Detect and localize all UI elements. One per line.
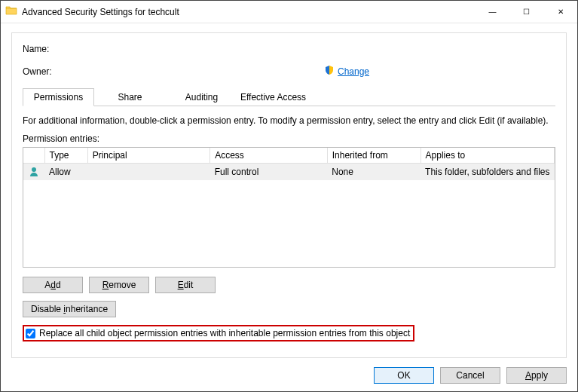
name-label: Name: <box>23 44 173 54</box>
edit-button[interactable]: Edit <box>155 277 216 293</box>
apply-button[interactable]: Apply <box>506 367 567 384</box>
window-title: Advanced Security Settings for techcult <box>22 7 179 17</box>
cell-access: Full control <box>210 164 328 181</box>
cell-type: Allow <box>44 164 87 181</box>
replace-children-checkbox-wrapper[interactable]: Replace all child object permission entr… <box>23 325 414 341</box>
close-button[interactable]: ✕ <box>543 1 577 23</box>
disable-inheritance-row: Disable inheritance <box>23 301 555 317</box>
tabstrip: Permissions Share Auditing Effective Acc… <box>23 88 555 106</box>
window-controls: — ☐ ✕ <box>476 1 577 23</box>
remove-button[interactable]: Remove <box>89 277 149 293</box>
entries-label: Permission entries: <box>23 133 555 144</box>
user-icon <box>23 164 44 181</box>
minimize-button[interactable]: — <box>476 1 509 23</box>
col-applies[interactable]: Applies to <box>421 148 554 164</box>
content-frame: Name: Owner: Change Permissions Share Au… <box>11 32 567 358</box>
dialog-footer: OK Cancel Apply <box>374 367 567 384</box>
replace-children-checkbox[interactable] <box>26 329 35 338</box>
ok-button[interactable]: OK <box>374 367 434 384</box>
cell-inherited: None <box>327 164 421 181</box>
cell-applies: This folder, subfolders and files <box>421 164 554 181</box>
permission-grid[interactable]: Type Principal Access Inherited from App… <box>23 147 555 268</box>
entry-buttons: Add Remove Edit <box>23 277 555 293</box>
titlebar: Advanced Security Settings for techcult … <box>1 1 577 23</box>
shield-icon <box>324 65 335 78</box>
col-inherited[interactable]: Inherited from <box>327 148 421 164</box>
disable-inheritance-button[interactable]: Disable inheritance <box>23 301 116 317</box>
change-owner-link[interactable]: Change <box>338 66 369 77</box>
replace-children-label: Replace all child object permission entr… <box>39 328 410 338</box>
tab-share[interactable]: Share <box>94 88 166 106</box>
table-row[interactable]: Allow Full control None This folder, sub… <box>23 164 555 181</box>
col-icon[interactable] <box>23 148 44 164</box>
owner-label: Owner: <box>23 66 173 77</box>
add-button[interactable]: Add <box>23 277 83 293</box>
info-text: For additional information, double-click… <box>23 115 555 126</box>
cancel-button[interactable]: Cancel <box>440 367 500 384</box>
col-type[interactable]: Type <box>44 148 87 164</box>
owner-row: Owner: Change <box>23 65 555 78</box>
grid-header: Type Principal Access Inherited from App… <box>23 148 555 164</box>
cell-principal <box>87 164 209 181</box>
tab-auditing[interactable]: Auditing <box>166 88 237 106</box>
tab-effective-access[interactable]: Effective Access <box>237 88 309 106</box>
name-row: Name: <box>23 44 555 54</box>
tab-permissions[interactable]: Permissions <box>23 88 94 106</box>
col-principal[interactable]: Principal <box>87 148 209 164</box>
col-access[interactable]: Access <box>210 148 328 164</box>
maximize-button[interactable]: ☐ <box>509 1 543 23</box>
folder-icon <box>5 5 17 19</box>
svg-point-0 <box>32 167 36 172</box>
titlebar-left: Advanced Security Settings for techcult <box>5 5 179 19</box>
